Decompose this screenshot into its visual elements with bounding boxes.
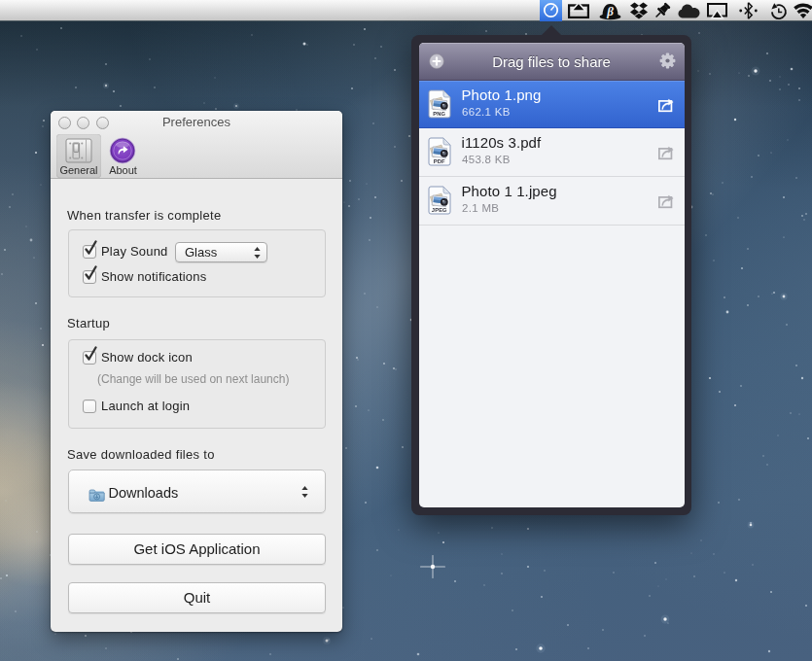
svg-text:JPEG: JPEG <box>431 207 446 213</box>
svg-text:PDF: PDF <box>433 158 444 164</box>
svg-text:PNG: PNG <box>433 111 445 117</box>
svg-text:β: β <box>606 4 614 18</box>
